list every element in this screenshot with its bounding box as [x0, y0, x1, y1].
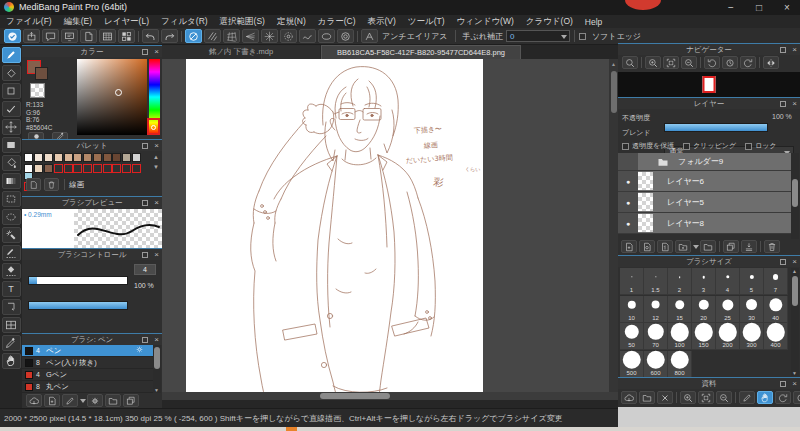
new-layer-8bit-button[interactable] — [639, 240, 655, 253]
maximize-button[interactable]: □ — [746, 0, 772, 15]
palette-down-icon[interactable]: ▼ — [153, 164, 159, 170]
minimize-button[interactable]: − — [718, 0, 744, 15]
background-color-swatch[interactable] — [35, 67, 48, 80]
export-button[interactable] — [23, 29, 40, 43]
brush-size-cell[interactable]: 800 — [668, 351, 692, 378]
layer-folder-row[interactable]: フォルダー9 — [618, 153, 792, 171]
cloud-button[interactable] — [26, 394, 42, 407]
menu-item-5[interactable]: 定規(N) — [271, 16, 312, 28]
popout-icon[interactable] — [780, 47, 786, 53]
navigator-preview[interactable] — [618, 72, 800, 98]
popout-icon[interactable] — [142, 143, 148, 149]
palette-swatch[interactable] — [112, 153, 121, 162]
close-icon[interactable]: × — [154, 140, 159, 151]
menu-item-11[interactable]: Help — [579, 17, 608, 27]
comment-button[interactable] — [42, 29, 59, 43]
brush-size-value[interactable]: 4 — [134, 264, 156, 275]
popout-icon[interactable] — [780, 259, 786, 265]
new-layer-button[interactable] — [621, 240, 637, 253]
magic-wand-tool[interactable] — [2, 227, 21, 243]
layer-option-checkbox[interactable] — [622, 143, 629, 150]
popout-icon[interactable] — [142, 200, 148, 206]
menu-item-8[interactable]: ツール(T) — [402, 16, 451, 28]
correction-tool[interactable] — [2, 101, 21, 117]
close-icon[interactable]: × — [154, 46, 159, 57]
snap-curve-button[interactable] — [299, 29, 316, 43]
palette-empty-slot[interactable] — [132, 164, 141, 173]
palette-swatch[interactable] — [24, 164, 33, 173]
menu-item-9[interactable]: ウィンドウ(W) — [451, 16, 520, 28]
palette-empty-slot[interactable] — [83, 164, 92, 173]
palette-swatch[interactable] — [44, 164, 53, 173]
chevron-down-icon[interactable] — [693, 245, 699, 249]
palette-swatch[interactable] — [44, 153, 53, 162]
close-icon[interactable]: × — [792, 256, 797, 267]
canvas-tab-active[interactable]: BB618CA5-F58C-412F-B820-95477CD644E8.png — [321, 45, 521, 59]
pencil-button[interactable] — [62, 394, 78, 407]
text-tool[interactable]: T — [2, 281, 21, 297]
bucket-tool[interactable] — [2, 155, 21, 171]
brush-opacity-slider[interactable] — [28, 301, 128, 310]
chevron-down-icon[interactable] — [80, 399, 86, 403]
palette-swatch[interactable] — [93, 153, 102, 162]
cloud-button[interactable] — [621, 391, 637, 404]
folder-button[interactable] — [105, 394, 121, 407]
brush-size-cell[interactable]: 4 — [716, 268, 740, 295]
document-button[interactable] — [80, 29, 97, 43]
fit-button[interactable] — [698, 391, 714, 404]
scroll-down-icon[interactable]: ▼ — [154, 387, 159, 393]
add-folder-button[interactable] — [675, 240, 691, 253]
undo-button[interactable] — [142, 29, 159, 43]
popout-icon[interactable] — [142, 49, 148, 55]
brush-item[interactable]: 8ペン(入り抜き) — [22, 357, 154, 369]
snap-vanishing-button[interactable] — [242, 29, 259, 43]
palette-up-icon[interactable]: ▲ — [153, 154, 159, 160]
palette-swatch[interactable] — [103, 153, 112, 162]
screen-comment-button[interactable] — [61, 29, 78, 43]
select-eraser-tool[interactable] — [2, 263, 21, 279]
palette-empty-slot[interactable] — [112, 164, 121, 173]
brush-size-cell[interactable]: 30 — [740, 296, 764, 323]
new-layer-1bit-button[interactable] — [657, 240, 673, 253]
flip-horizontal-button[interactable] — [763, 56, 779, 69]
saturation-value-picker[interactable] — [77, 59, 147, 135]
palette-empty-slot[interactable] — [73, 164, 82, 173]
select-pen-tool[interactable] — [2, 245, 21, 261]
close-button[interactable]: × — [774, 0, 800, 15]
eyedropper-tool[interactable] — [2, 335, 21, 351]
palette-swatch[interactable] — [73, 153, 82, 162]
close-icon[interactable]: × — [792, 98, 797, 109]
zoom-in-button[interactable] — [680, 391, 696, 404]
antialias-button[interactable] — [361, 29, 378, 43]
brush-item[interactable]: 4ペン — [22, 345, 154, 357]
canvas-viewport[interactable]: 下描き〜 線画 だいたい3時間 くらい 彩 ▲ — [162, 59, 618, 400]
snap-concentric-button[interactable] — [280, 29, 297, 43]
brush-size-cell[interactable]: 12 — [644, 296, 668, 323]
palette-empty-slot[interactable] — [122, 164, 131, 173]
tiles-button[interactable] — [118, 29, 135, 43]
brush-size-cell[interactable]: 1.5 — [644, 268, 668, 295]
rotate-left-button[interactable] — [704, 56, 720, 69]
layer-opacity-slider[interactable] — [664, 123, 768, 132]
brush-size-cell[interactable]: 300 — [740, 323, 764, 350]
brush-size-cell[interactable]: 200 — [716, 323, 740, 350]
palette-empty-slot[interactable] — [93, 164, 102, 173]
brush-size-cell[interactable]: 70 — [644, 323, 668, 350]
dot-tool[interactable] — [2, 83, 21, 99]
visibility-cell[interactable] — [618, 153, 638, 170]
close-icon[interactable]: × — [154, 197, 159, 208]
snap-ring-button[interactable] — [337, 29, 354, 43]
frame-divide-tool[interactable] — [2, 317, 21, 333]
snap-cross-button[interactable] — [223, 29, 240, 43]
canvas-horizontal-scrollbar[interactable] — [162, 392, 618, 400]
brush-item[interactable]: 4Gペン — [22, 369, 154, 381]
popout-icon[interactable] — [142, 252, 148, 258]
visibility-dot[interactable]: ● — [618, 171, 638, 191]
hand-button[interactable] — [757, 391, 773, 404]
layer-option-checkbox[interactable] — [683, 143, 690, 150]
brush-size-cell[interactable]: 5 — [740, 268, 764, 295]
menu-item-10[interactable]: クラウド(O) — [520, 16, 579, 28]
eraser-tool[interactable] — [2, 65, 21, 81]
brush-size-cell[interactable]: 10 — [620, 296, 644, 323]
palette-empty-slot[interactable] — [64, 164, 73, 173]
